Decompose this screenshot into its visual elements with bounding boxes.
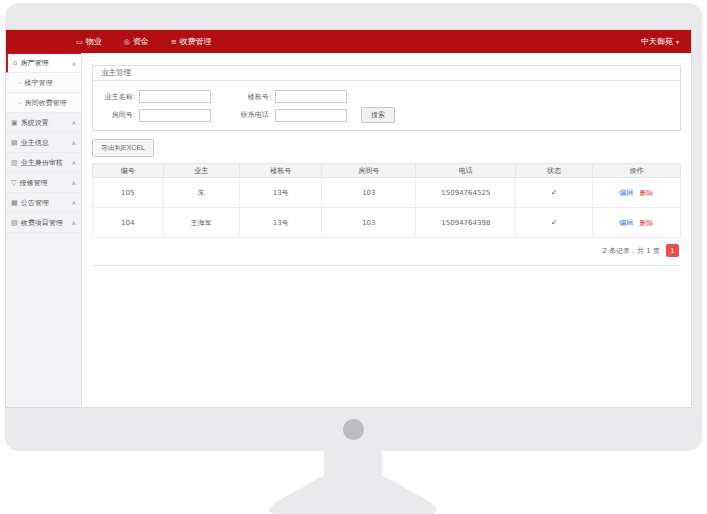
folder-icon: ▭ — [76, 38, 83, 46]
export-excel-button[interactable]: 导出到EXCEL — [92, 139, 154, 157]
screen: ▭ 物业 ◎ 资金 ≡ 收费管理 中天御苑 ▾ ⌂ 房产管理 ∧ – 楼宇管理 — [5, 29, 692, 408]
cell-building: 13号 — [239, 208, 321, 238]
sidebar-item-property-mgmt[interactable]: ⌂ 房产管理 ∧ — [6, 53, 81, 73]
pagination-summary: 2 条记录，共 1 页 — [602, 246, 660, 256]
building-no-input[interactable] — [275, 90, 347, 103]
search-button[interactable]: 搜索 — [361, 107, 395, 123]
cell-phone: 15094764525 — [416, 178, 516, 208]
room-no-label: 房间号: — [101, 110, 135, 120]
page-1-button[interactable]: 1 — [666, 244, 679, 257]
col-header-id: 编号 — [93, 164, 164, 178]
chevron-up-icon: ∧ — [72, 219, 76, 226]
col-header-room: 房间号 — [322, 164, 416, 178]
edit-link[interactable]: 编辑 — [619, 219, 633, 227]
main-content: 业主管理 业主名称: 楼栋号: 房间号: 联系电话: — [82, 53, 691, 408]
col-header-actions: 操作 — [592, 164, 680, 178]
table-row: 104 王海军 13号 103 15094764398 ✓ 编辑 删除 — [93, 208, 681, 238]
nav-item-label: 收费管理 — [180, 36, 212, 47]
status-check-icon: ✓ — [551, 188, 558, 197]
sidebar-item-label: 收费项目管理 — [21, 218, 63, 228]
owners-table: 编号 业主 楼栋号 房间号 电话 状态 操作 105 朱 13号 103 — [92, 163, 681, 238]
repair-icon: ▽ — [11, 179, 16, 187]
nav-item-property[interactable]: ▭ 物业 — [76, 36, 102, 47]
pagination: 2 条记录，共 1 页 1 — [92, 238, 681, 266]
building-icon: ⌂ — [13, 59, 17, 67]
cell-id: 104 — [93, 208, 164, 238]
delete-link[interactable]: 删除 — [640, 219, 654, 227]
sidebar-item-label: 房间收费管理 — [25, 98, 67, 108]
identity-audit-icon: ▥ — [11, 159, 18, 167]
cell-id: 105 — [93, 178, 164, 208]
contact-phone-label: 联系电话: — [237, 110, 271, 120]
sidebar-item-owner-info[interactable]: ▤ 业主信息 ∧ — [6, 133, 81, 153]
chevron-up-icon: ∧ — [72, 179, 76, 186]
col-header-owner: 业主 — [163, 164, 239, 178]
top-navbar: ▭ 物业 ◎ 资金 ≡ 收费管理 中天御苑 ▾ — [6, 30, 691, 53]
search-form: 业主名称: 楼栋号: 房间号: 联系电话: 搜索 — [93, 81, 680, 130]
sidebar-item-label: 楼宇管理 — [25, 78, 53, 88]
owner-search-panel: 业主管理 业主名称: 楼栋号: 房间号: 联系电话: — [92, 65, 681, 131]
notice-icon: ▦ — [11, 199, 18, 207]
settings-icon: ▣ — [11, 119, 18, 127]
sidebar-item-building-mgmt[interactable]: – 楼宇管理 — [6, 73, 81, 93]
sidebar-item-identity-audit[interactable]: ▥ 业主身份审核 ∧ — [6, 153, 81, 173]
cell-room: 103 — [322, 178, 416, 208]
owner-name-input[interactable] — [139, 90, 211, 103]
monitor-stand — [268, 450, 438, 514]
sidebar-item-notice-mgmt[interactable]: ▦ 公告管理 ∧ — [6, 193, 81, 213]
sidebar-item-label: 业主身份审核 — [21, 158, 63, 168]
sidebar-item-fee-item-mgmt[interactable]: ▧ 收费项目管理 ∧ — [6, 213, 81, 233]
building-no-label: 楼栋号: — [237, 92, 271, 102]
sidebar-item-room-fee-mgmt[interactable]: – 房间收费管理 — [6, 93, 81, 113]
sidebar: ⌂ 房产管理 ∧ – 楼宇管理 – 房间收费管理 ▣ 系统设置 ∧ ▤ 业主信息… — [6, 53, 82, 408]
sidebar-item-label: 业主信息 — [21, 138, 49, 148]
account-name: 中天御苑 — [641, 36, 673, 47]
chevron-up-icon: ∧ — [72, 159, 76, 166]
cell-owner: 朱 — [163, 178, 239, 208]
account-menu[interactable]: 中天御苑 ▾ — [641, 36, 679, 47]
owner-info-icon: ▤ — [11, 139, 18, 147]
col-header-phone: 电话 — [416, 164, 516, 178]
nav-item-label: 资金 — [133, 36, 149, 47]
delete-link[interactable]: 删除 — [640, 189, 654, 197]
coins-icon: ◎ — [124, 38, 130, 46]
chevron-up-icon: ∧ — [72, 199, 76, 206]
table-row: 105 朱 13号 103 15094764525 ✓ 编辑 删除 — [93, 178, 681, 208]
cell-owner: 王海军 — [163, 208, 239, 238]
fee-items-icon: ▧ — [11, 219, 18, 227]
cell-room: 103 — [322, 208, 416, 238]
nav-item-fee-management[interactable]: ≡ 收费管理 — [171, 36, 212, 47]
table-header-row: 编号 业主 楼栋号 房间号 电话 状态 操作 — [93, 164, 681, 178]
panel-title: 业主管理 — [93, 66, 680, 81]
sidebar-item-label: 系统设置 — [21, 118, 49, 128]
tree-dash-icon: – — [18, 79, 22, 87]
sidebar-item-label: 公告管理 — [21, 198, 49, 208]
room-no-input[interactable] — [139, 109, 211, 122]
nav-item-funds[interactable]: ◎ 资金 — [124, 36, 149, 47]
status-check-icon: ✓ — [551, 218, 558, 227]
nav-item-label: 物业 — [86, 36, 102, 47]
col-header-building: 楼栋号 — [239, 164, 321, 178]
cell-building: 13号 — [239, 178, 321, 208]
monitor-camera-dot — [343, 419, 364, 440]
sidebar-item-label: 房产管理 — [20, 58, 48, 68]
contact-phone-input[interactable] — [275, 109, 347, 122]
edit-link[interactable]: 编辑 — [619, 189, 633, 197]
cell-phone: 15094764398 — [416, 208, 516, 238]
chevron-up-icon: ∧ — [72, 60, 76, 67]
list-icon: ≡ — [171, 38, 177, 46]
owner-name-label: 业主名称: — [101, 92, 135, 102]
tree-dash-icon: – — [18, 99, 22, 107]
sidebar-item-repair-mgmt[interactable]: ▽ 报修管理 ∧ — [6, 173, 81, 193]
col-header-status: 状态 — [516, 164, 592, 178]
chevron-up-icon: ∧ — [72, 119, 76, 126]
sidebar-item-label: 报修管理 — [19, 178, 47, 188]
caret-down-icon: ▾ — [676, 38, 679, 45]
sidebar-item-system-settings[interactable]: ▣ 系统设置 ∧ — [6, 113, 81, 133]
chevron-up-icon: ∧ — [72, 139, 76, 146]
